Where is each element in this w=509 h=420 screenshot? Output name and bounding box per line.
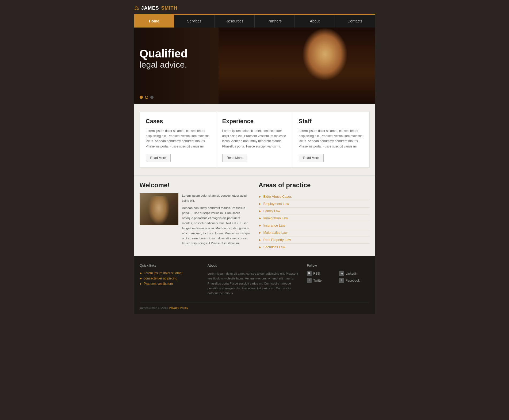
footer-link-3[interactable]: ► Praesent vestibulum <box>140 282 202 286</box>
hero-background <box>219 28 375 104</box>
hero-person-figure <box>219 28 375 104</box>
follow-rss[interactable]: R RSS <box>307 271 337 276</box>
area-real-property-law-link[interactable]: Real Property Law <box>263 238 291 242</box>
arrow-icon: ► <box>259 216 262 220</box>
cards-grid: Cases Lorem ipsum dolor sit amet, consec… <box>140 112 370 168</box>
hero-dot-3[interactable] <box>150 96 154 99</box>
area-securities-law-link[interactable]: Securities Law <box>263 245 285 249</box>
arrow-icon: ► <box>259 231 262 235</box>
hero-title: Qualified <box>140 48 188 60</box>
arrow-icon: ► <box>140 282 143 285</box>
welcome-area: Welcome! Lorem ipsum dolor sit amet, con… <box>140 181 251 251</box>
area-family-law[interactable]: ► Family Law <box>259 208 370 215</box>
card-staff: Staff Lorem ipsum dolor sit amet, consec… <box>293 112 369 167</box>
rss-icon: R <box>307 271 312 276</box>
content-section: Welcome! Lorem ipsum dolor sit amet, con… <box>134 176 375 256</box>
footer-link-2-label[interactable]: consectetuer adipiscing <box>144 277 177 280</box>
footer: Quick links ► Lorem ipsum dolor sit amet… <box>134 256 375 314</box>
card-experience-title: Experience <box>222 118 287 125</box>
follow-grid: R RSS in Linkedin t Twitter f Facebook <box>307 271 369 283</box>
footer-link-2[interactable]: ► consectetuer adipiscing <box>140 277 202 280</box>
area-insurance-law-link[interactable]: Insurance Law <box>263 224 285 227</box>
welcome-image-figure <box>145 196 173 225</box>
footer-about-heading: About <box>208 263 301 267</box>
card-experience-text: Lorem ipsum dolor sit amet, consec tetue… <box>222 129 287 149</box>
footer-grid: Quick links ► Lorem ipsum dolor sit amet… <box>140 263 370 296</box>
hero-text-block: Qualified legal advice. <box>140 48 188 70</box>
areas-heading: Areas of practice <box>259 181 370 189</box>
logo[interactable]: ⚖ JAMES SMITH <box>134 5 178 11</box>
welcome-text-1: Lorem ipsum dolor sit amet, consec tetue… <box>182 193 251 203</box>
area-family-law-link[interactable]: Family Law <box>263 209 280 213</box>
area-securities-law[interactable]: ► Securities Law <box>259 244 370 251</box>
area-employment-law[interactable]: ► Employment Law <box>259 200 370 208</box>
welcome-content: Lorem ipsum dolor sit amet, consec tetue… <box>140 193 251 248</box>
welcome-text-block: Lorem ipsum dolor sit amet, consec tetue… <box>182 193 251 248</box>
hero-dot-2[interactable] <box>145 96 148 99</box>
area-employment-law-link[interactable]: Employment Law <box>263 202 289 206</box>
card-staff-text: Lorem ipsum dolor sit amet, consec tetue… <box>299 129 363 149</box>
hero-dots <box>140 96 154 99</box>
hero-subtitle: legal advice. <box>140 60 188 70</box>
arrow-icon: ► <box>259 202 262 206</box>
footer-quick-links-heading: Quick links <box>140 263 202 267</box>
card-cases-title: Cases <box>146 118 210 125</box>
areas-list: ► Elder Abuse Cases ► Employment Law ► F… <box>259 193 370 251</box>
welcome-heading: Welcome! <box>140 181 251 189</box>
linkedin-icon: in <box>339 271 344 276</box>
footer-follow-heading: Follow <box>307 263 369 267</box>
card-experience-read-more[interactable]: Read More <box>222 154 247 162</box>
nav-home[interactable]: Home <box>134 15 174 28</box>
footer-link-1-label[interactable]: Lorem ipsum dolor sit amet <box>144 271 182 275</box>
follow-twitter-label: Twitter <box>313 279 323 282</box>
footer-link-1[interactable]: ► Lorem ipsum dolor sit amet <box>140 271 202 275</box>
nav-about[interactable]: About <box>295 15 335 28</box>
nav-services[interactable]: Services <box>174 15 215 28</box>
card-cases: Cases Lorem ipsum dolor sit amet, consec… <box>140 112 216 167</box>
facebook-icon: f <box>339 278 344 283</box>
twitter-icon: t <box>307 278 312 283</box>
area-elder-abuse[interactable]: ► Elder Abuse Cases <box>259 193 370 200</box>
follow-facebook-label: Facebook <box>346 279 360 282</box>
follow-rss-label: RSS <box>313 272 320 275</box>
arrow-icon: ► <box>259 195 262 199</box>
copyright-text: James Smith © 2015 <box>140 306 169 309</box>
arrow-icon: ► <box>259 224 262 227</box>
arrow-icon: ► <box>259 209 262 213</box>
privacy-policy-link[interactable]: Privacy Policy <box>169 306 188 309</box>
follow-linkedin-label: Linkedin <box>346 272 358 275</box>
area-real-property-law[interactable]: ► Real Property Law <box>259 236 370 244</box>
footer-links-list: ► Lorem ipsum dolor sit amet ► consectet… <box>140 271 202 286</box>
area-insurance-law[interactable]: ► Insurance Law <box>259 222 370 229</box>
arrow-icon: ► <box>259 245 262 249</box>
nav-contacts[interactable]: Contacts <box>335 15 375 28</box>
footer-quick-links: Quick links ► Lorem ipsum dolor sit amet… <box>140 263 202 296</box>
area-malpractice-law[interactable]: ► Malpractice Law <box>259 229 370 236</box>
hero-dot-1[interactable] <box>140 96 143 99</box>
hero-slider: Qualified legal advice. <box>134 28 375 104</box>
footer-about-col: About Lorem ipsum dolor sit amet, consec… <box>208 263 301 296</box>
follow-twitter[interactable]: t Twitter <box>307 278 337 283</box>
area-elder-abuse-link[interactable]: Elder Abuse Cases <box>263 195 292 199</box>
card-experience: Experience Lorem ipsum dolor sit amet, c… <box>216 112 293 167</box>
footer-about-text: Lorem ipsum dolor sit amet, consec tetue… <box>208 271 301 296</box>
card-cases-read-more[interactable]: Read More <box>146 154 171 162</box>
arrow-icon: ► <box>259 238 262 242</box>
logo-name-last: SMITH <box>161 5 178 11</box>
follow-facebook[interactable]: f Facebook <box>339 278 369 283</box>
footer-bottom: James Smith © 2015 Privacy Policy <box>140 302 370 309</box>
footer-link-3-label[interactable]: Praesent vestibulum <box>144 282 173 286</box>
main-nav: Home Services Resources Partners About C… <box>134 14 375 28</box>
area-malpractice-law-link[interactable]: Malpractice Law <box>263 231 287 235</box>
area-immigration-law[interactable]: ► Immigration Law <box>259 215 370 222</box>
area-immigration-law-link[interactable]: Immigration Law <box>263 216 288 220</box>
areas-area: Areas of practice ► Elder Abuse Cases ► … <box>259 181 370 251</box>
nav-partners[interactable]: Partners <box>255 15 295 28</box>
card-staff-read-more[interactable]: Read More <box>299 154 324 162</box>
arrow-icon: ► <box>140 277 143 280</box>
follow-linkedin[interactable]: in Linkedin <box>339 271 369 276</box>
nav-resources[interactable]: Resources <box>215 15 255 28</box>
card-cases-text: Lorem ipsum dolor sit amet, consec tetue… <box>146 129 210 149</box>
logo-name-first: JAMES <box>141 5 159 11</box>
card-staff-title: Staff <box>299 118 363 125</box>
